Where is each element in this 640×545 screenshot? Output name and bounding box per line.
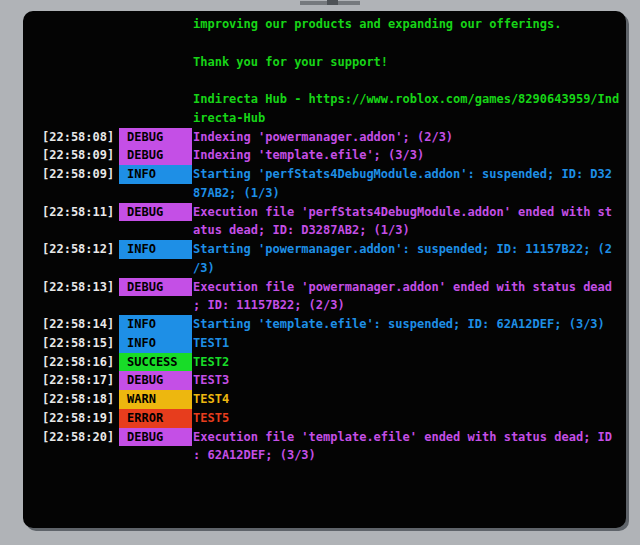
log-level-badge: INFO: [119, 240, 192, 259]
log-message: Starting 'perfStats4DebugModule.addon': …: [193, 165, 617, 203]
log-entry: [22:58:18] WARN TEST4: [23, 390, 626, 409]
log-message: Starting 'template.efile': suspended; ID…: [193, 315, 617, 334]
log-message: Indexing 'powermanager.addon'; (2/3): [193, 128, 617, 147]
banner-text: improving our products and expanding our…: [23, 15, 626, 128]
log-output: [22:58:08] DEBUG Indexing 'powermanager.…: [23, 128, 626, 466]
log-entry: [22:58:15] INFO TEST1: [23, 334, 626, 353]
log-entry: [22:58:13] DEBUG Execution file 'powerma…: [23, 278, 626, 316]
log-level-badge: INFO: [119, 165, 192, 184]
banner-line: [193, 34, 626, 53]
log-message: TEST2: [193, 353, 617, 372]
banner-line: improving our products and expanding our…: [193, 15, 626, 34]
log-timestamp: [22:58:14]: [42, 315, 114, 334]
log-message: TEST5: [193, 409, 617, 428]
log-entry: [22:58:17] DEBUG TEST3: [23, 371, 626, 390]
log-level-badge: DEBUG: [119, 428, 192, 447]
log-level-badge: DEBUG: [119, 128, 192, 147]
log-entry: [22:58:09] DEBUG Indexing 'template.efil…: [23, 146, 626, 165]
log-entry: [22:58:11] DEBUG Execution file 'perfSta…: [23, 203, 626, 241]
log-timestamp: [22:58:20]: [42, 428, 114, 447]
log-timestamp: [22:58:13]: [42, 278, 114, 297]
log-level-badge: INFO: [119, 315, 192, 334]
log-message: Execution file 'powermanager.addon' ende…: [193, 278, 617, 316]
log-level-badge: DEBUG: [119, 203, 192, 222]
log-timestamp: [22:58:18]: [42, 390, 114, 409]
log-level-badge: DEBUG: [119, 146, 192, 165]
terminal-window[interactable]: improving our products and expanding our…: [23, 11, 626, 528]
log-level-badge: DEBUG: [119, 371, 192, 390]
log-level-badge: DEBUG: [119, 278, 192, 297]
log-timestamp: [22:58:19]: [42, 409, 114, 428]
log-level-badge: INFO: [119, 334, 192, 353]
log-entry: [22:58:12] INFO Starting 'powermanager.a…: [23, 240, 626, 278]
log-message: TEST1: [193, 334, 617, 353]
log-entry: [22:58:16] SUCCESS TEST2: [23, 353, 626, 372]
log-timestamp: [22:58:09]: [42, 165, 114, 184]
log-entry: [22:58:14] INFO Starting 'template.efile…: [23, 315, 626, 334]
log-timestamp: [22:58:08]: [42, 128, 114, 147]
log-level-badge: ERROR: [119, 409, 192, 428]
log-message: Starting 'powermanager.addon': suspended…: [193, 240, 617, 278]
log-message: Execution file 'perfStats4DebugModule.ad…: [193, 203, 617, 241]
log-level-badge: WARN: [119, 390, 192, 409]
log-timestamp: [22:58:12]: [42, 240, 114, 259]
banner-line: Thank you for your support!: [193, 53, 626, 72]
log-message: Execution file 'template.efile' ended wi…: [193, 428, 617, 466]
log-entry: [22:58:08] DEBUG Indexing 'powermanager.…: [23, 128, 626, 147]
log-entry: [22:58:19] ERROR TEST5: [23, 409, 626, 428]
log-message: Indexing 'template.efile'; (3/3): [193, 146, 617, 165]
banner-line: irecta-Hub: [193, 109, 626, 128]
log-timestamp: [22:58:16]: [42, 353, 114, 372]
log-timestamp: [22:58:15]: [42, 334, 114, 353]
banner-line: [193, 71, 626, 90]
log-timestamp: [22:58:09]: [42, 146, 114, 165]
log-timestamp: [22:58:17]: [42, 371, 114, 390]
log-entry: [22:58:20] DEBUG Execution file 'templat…: [23, 428, 626, 466]
log-message: TEST4: [193, 390, 617, 409]
log-entry: [22:58:09] INFO Starting 'perfStats4Debu…: [23, 165, 626, 203]
desktop-top-bar-handle: [327, 0, 338, 5]
log-message: TEST3: [193, 371, 617, 390]
log-timestamp: [22:58:11]: [42, 203, 114, 222]
log-level-badge: SUCCESS: [119, 353, 192, 372]
banner-line: Indirecta Hub - https://www.roblox.com/g…: [193, 90, 626, 109]
